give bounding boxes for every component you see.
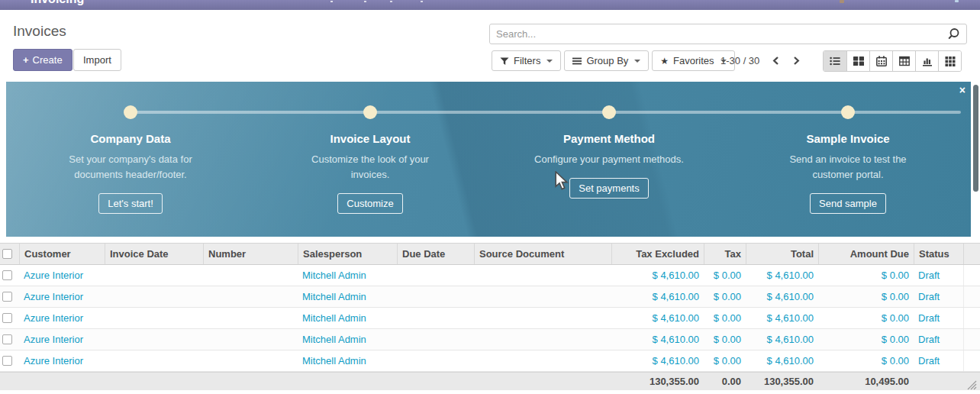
step-description: Send an invoice to test the customer por… <box>775 152 920 182</box>
pivot-view-button[interactable] <box>892 51 915 71</box>
invoice-table: Customer Invoice Date Number Salesperson… <box>0 243 980 390</box>
chevron-down-icon <box>634 60 640 63</box>
pager-range: 1-30 / 30 <box>720 55 759 66</box>
graph-view-icon <box>922 56 933 66</box>
column-header-number[interactable]: Number <box>203 244 298 264</box>
search-bar[interactable] <box>489 24 967 44</box>
onboarding-step-payment-method: Payment Method Configure your payment me… <box>510 132 708 199</box>
group-by-button[interactable]: Group By <box>564 50 649 71</box>
lets-start-button[interactable]: Let's start! <box>98 193 163 214</box>
cell-customer[interactable]: Azure Interior <box>19 265 105 286</box>
cell-total[interactable]: $ 4,610.00 <box>746 286 818 307</box>
cell-total[interactable]: $ 4,610.00 <box>746 265 818 286</box>
footer-total: 130,355.00 <box>746 373 818 390</box>
column-header-amount-due[interactable]: Amount Due <box>818 244 914 264</box>
cell-tax[interactable]: $ 0.00 <box>704 286 746 307</box>
status-badge[interactable]: Draft <box>914 286 963 307</box>
table-row[interactable]: Azure Interior Mitchell Admin $ 4,610.00… <box>0 329 980 350</box>
cell-salesperson[interactable]: Mitchell Admin <box>298 350 397 371</box>
app-name[interactable]: Invoicing <box>31 0 84 6</box>
column-header-salesperson[interactable]: Salesperson <box>298 244 397 264</box>
status-badge[interactable]: Draft <box>914 329 963 350</box>
column-header-tax-excluded[interactable]: Tax Excluded <box>611 244 704 264</box>
kanban-view-button[interactable] <box>846 51 869 71</box>
pager-previous-icon[interactable] <box>772 56 780 66</box>
activity-view-button[interactable] <box>938 51 961 71</box>
column-header-invoice-date[interactable]: Invoice Date <box>105 244 203 264</box>
row-checkbox[interactable] <box>2 270 12 280</box>
column-header-customer[interactable]: Customer <box>19 244 105 264</box>
status-badge[interactable]: Draft <box>914 350 963 371</box>
cell-tax-excluded[interactable]: $ 4,610.00 <box>611 308 704 328</box>
onboarding-step-sample-invoice: Sample Invoice Send an invoice to test t… <box>749 132 947 214</box>
cell-salesperson[interactable]: Mitchell Admin <box>298 308 397 328</box>
cell-tax[interactable]: $ 0.00 <box>704 329 746 350</box>
table-row[interactable]: Azure Interior Mitchell Admin $ 4,610.00… <box>0 265 980 286</box>
cell-tax-excluded[interactable]: $ 4,610.00 <box>611 350 704 371</box>
list-view-button[interactable] <box>824 51 846 71</box>
activity-view-icon <box>945 56 956 66</box>
calendar-view-button[interactable] <box>869 51 892 71</box>
cell-amount-due[interactable]: $ 0.00 <box>818 265 914 286</box>
cell-total[interactable]: $ 4,610.00 <box>746 350 818 371</box>
cell-total[interactable]: $ 4,610.00 <box>746 308 818 328</box>
top-nav-bar: Invoicing <box>0 0 980 10</box>
table-row[interactable]: Azure Interior Mitchell Admin $ 4,610.00… <box>0 286 980 308</box>
scrollbar-thumb[interactable] <box>973 85 978 192</box>
import-button[interactable]: Import <box>73 49 121 71</box>
search-magnifier-icon[interactable] <box>947 27 960 40</box>
cell-tax[interactable]: $ 0.00 <box>704 265 746 286</box>
create-button[interactable]: + Create <box>13 49 73 71</box>
cell-tax-excluded[interactable]: $ 4,610.00 <box>611 286 704 307</box>
cell-salesperson[interactable]: Mitchell Admin <box>298 265 397 286</box>
cell-total[interactable]: $ 4,610.00 <box>746 329 818 350</box>
column-header-tax[interactable]: Tax <box>704 244 746 264</box>
column-header-status[interactable]: Status <box>914 244 963 264</box>
chevron-down-icon <box>546 60 553 63</box>
star-icon: ★ <box>660 56 669 66</box>
status-badge[interactable]: Draft <box>914 308 963 328</box>
cell-salesperson[interactable]: Mitchell Admin <box>298 286 397 307</box>
cell-customer[interactable]: Azure Interior <box>19 286 105 307</box>
row-checkbox[interactable] <box>2 334 12 344</box>
filters-button[interactable]: Filters <box>492 50 561 71</box>
status-cell[interactable]: $ 0.00 <box>818 350 914 371</box>
list-view-icon <box>830 56 840 66</box>
mouse-cursor <box>555 171 569 194</box>
column-header-due-date[interactable]: Due Date <box>397 244 474 264</box>
graph-view-button[interactable] <box>915 51 938 71</box>
set-payments-button[interactable]: Set payments <box>569 178 649 199</box>
cell-amount-due[interactable]: $ 0.00 <box>818 329 914 350</box>
cell-amount-due[interactable]: $ 0.00 <box>818 308 914 328</box>
row-checkbox[interactable] <box>2 292 12 302</box>
user-avatar-fragment <box>840 0 844 3</box>
step-title: Sample Invoice <box>749 132 947 145</box>
table-row[interactable]: Azure Interior Mitchell Admin $ 4,610.00… <box>0 308 980 329</box>
pager-next-icon[interactable] <box>792 56 801 66</box>
cell-tax-excluded[interactable]: $ 4,610.00 <box>611 329 704 350</box>
status-badge[interactable]: Draft <box>914 265 963 286</box>
search-input[interactable] <box>490 25 947 43</box>
cell-customer[interactable]: Azure Interior <box>19 350 105 371</box>
cell-tax-excluded[interactable]: $ 4,610.00 <box>611 265 704 286</box>
resize-grip-icon[interactable] <box>965 379 977 392</box>
close-icon[interactable]: × <box>959 85 965 95</box>
send-sample-button[interactable]: Send sample <box>810 193 886 214</box>
cell-amount-due[interactable]: $ 0.00 <box>818 286 914 307</box>
column-header-source-document[interactable]: Source Document <box>474 244 611 264</box>
select-all-checkbox[interactable] <box>2 249 12 259</box>
row-checkbox[interactable] <box>2 356 12 366</box>
row-checkbox[interactable] <box>2 313 12 323</box>
cell-tax[interactable]: $ 0.00 <box>704 308 746 328</box>
view-switcher <box>823 50 962 72</box>
customize-button[interactable]: Customize <box>337 193 402 214</box>
table-row[interactable]: Azure Interior Mitchell Admin $ 4,610.00… <box>0 350 980 372</box>
cell-tax[interactable]: $ 0.00 <box>704 350 746 371</box>
step-title: Payment Method <box>510 132 708 145</box>
menu-text-fragments <box>330 1 333 2</box>
column-header-total[interactable]: Total <box>746 244 818 264</box>
cell-customer[interactable]: Azure Interior <box>19 308 105 328</box>
nav-icon-fragment <box>955 0 959 2</box>
cell-salesperson[interactable]: Mitchell Admin <box>298 329 397 350</box>
cell-customer[interactable]: Azure Interior <box>19 329 105 350</box>
